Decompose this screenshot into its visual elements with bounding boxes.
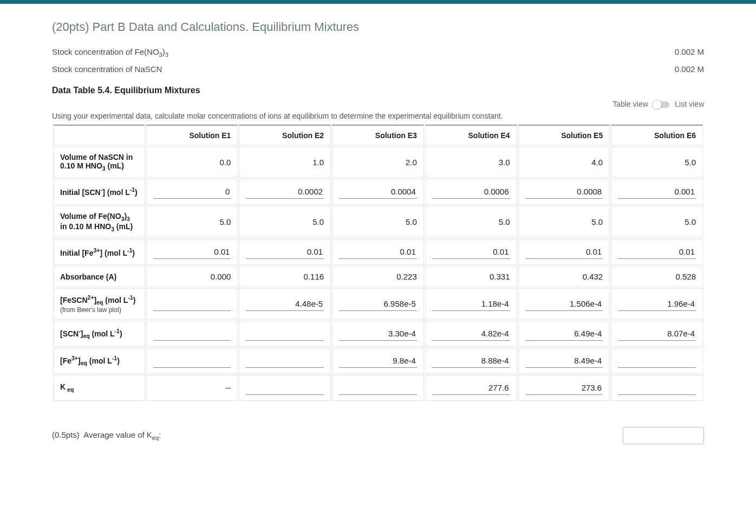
cell-input[interactable] — [525, 245, 603, 259]
cell-input[interactable] — [246, 354, 324, 368]
cell-input[interactable] — [153, 185, 231, 199]
stock-row: Stock concentration of NaSCN0.002 M — [52, 64, 704, 74]
table-cell — [425, 239, 517, 265]
table-cell: 5.0 — [146, 206, 238, 238]
list-view-label: List view — [675, 100, 704, 108]
cell-input[interactable] — [153, 354, 231, 368]
table-cell: 3.0 — [425, 147, 517, 178]
table-cell — [239, 348, 331, 374]
table-cell — [425, 288, 517, 319]
table-cell — [611, 179, 703, 205]
cell-input[interactable] — [153, 297, 231, 311]
cell-input[interactable] — [618, 245, 696, 259]
table-cell — [425, 179, 517, 205]
cell-input[interactable] — [432, 245, 510, 259]
cell-input[interactable] — [618, 354, 696, 368]
table-cell: 5.0 — [332, 206, 424, 238]
cell-input[interactable] — [339, 185, 417, 199]
view-toggle-switch[interactable] — [653, 101, 669, 108]
column-header: Solution E5 — [518, 125, 610, 146]
cell-input[interactable] — [432, 354, 510, 368]
cell-input[interactable] — [432, 381, 510, 395]
table-cell — [611, 239, 703, 265]
cell-input[interactable] — [339, 381, 417, 395]
row-label: Volume of NaSCN in 0.10 M HNO3 (mL) — [53, 147, 145, 178]
cell-input[interactable] — [525, 297, 603, 311]
cell-input[interactable] — [246, 245, 324, 259]
table-row: Initial [Fe3+] (mol L-1) — [53, 239, 703, 265]
equilibrium-table: Solution E1Solution E2Solution E3Solutio… — [52, 124, 704, 402]
row-label-header — [53, 125, 145, 146]
cell-input[interactable] — [339, 354, 417, 368]
cell-input[interactable] — [339, 297, 417, 311]
cell-input[interactable] — [339, 327, 417, 341]
table-cell — [518, 375, 610, 401]
cell-input[interactable] — [246, 297, 324, 311]
table-cell — [611, 375, 703, 401]
table-cell — [239, 179, 331, 205]
table-cell — [332, 375, 424, 401]
table-row: [Fe3+]eq (mol L-1) — [53, 348, 703, 374]
table-cell: 5.0 — [518, 206, 610, 238]
cell-input[interactable] — [525, 381, 603, 395]
cell-input[interactable] — [153, 327, 231, 341]
cell-input[interactable] — [432, 327, 510, 341]
stock-label: Stock concentration of Fe(NO3)3 — [52, 47, 168, 58]
cell-input[interactable] — [246, 185, 324, 199]
cell-input[interactable] — [339, 245, 417, 259]
average-keq-input[interactable] — [623, 427, 704, 444]
table-cell — [611, 348, 703, 374]
cell-input[interactable] — [525, 327, 603, 341]
cell-input[interactable] — [618, 297, 696, 311]
row-label: [SCN-]eq (mol L-1) — [53, 321, 145, 347]
table-cell — [518, 288, 610, 319]
table-cell — [146, 321, 238, 347]
table-row: K eq-- — [53, 375, 703, 401]
table-cell: 0.116 — [239, 266, 331, 287]
table-cell: 0.432 — [518, 266, 610, 287]
table-cell: 0.223 — [332, 266, 424, 287]
table-row: Absorbance (A)0.0000.1160.2230.3310.4320… — [53, 266, 703, 287]
row-label: [FeSCN2+]eq (mol L-1)(from Beer's law pl… — [53, 288, 145, 319]
table-row: Volume of Fe(NO3)3 in 0.10 M HNO3 (mL)5.… — [53, 206, 703, 238]
stock-value: 0.002 M — [675, 47, 704, 58]
table-row: Initial [SCN-] (mol L-1) — [53, 179, 703, 205]
stock-value: 0.002 M — [675, 64, 704, 74]
table-cell: 0.000 — [146, 266, 238, 287]
row-label: K eq — [53, 375, 145, 401]
stock-label: Stock concentration of NaSCN — [52, 64, 162, 74]
table-cell — [425, 321, 517, 347]
column-header: Solution E4 — [425, 125, 517, 146]
table-cell — [518, 179, 610, 205]
cell-input[interactable] — [432, 297, 510, 311]
table-cell: 0.331 — [425, 266, 517, 287]
table-cell — [146, 179, 238, 205]
cell-input[interactable] — [525, 354, 603, 368]
table-row: [FeSCN2+]eq (mol L-1)(from Beer's law pl… — [53, 288, 703, 319]
table-caption: Using your experimental data, calculate … — [52, 112, 704, 120]
cell-input[interactable] — [525, 185, 603, 199]
table-cell — [518, 348, 610, 374]
table-cell: 5.0 — [611, 147, 703, 178]
table-cell — [332, 239, 424, 265]
row-label: Initial [SCN-] (mol L-1) — [53, 179, 145, 205]
table-cell — [518, 239, 610, 265]
table-cell — [425, 348, 517, 374]
table-cell — [332, 348, 424, 374]
cell-input[interactable] — [246, 381, 324, 395]
cell-input[interactable] — [618, 327, 696, 341]
top-bar — [0, 0, 756, 4]
cell-input[interactable] — [618, 381, 696, 395]
table-row: [SCN-]eq (mol L-1) — [53, 321, 703, 347]
cell-input[interactable] — [153, 245, 231, 259]
table-cell: 4.0 — [518, 147, 610, 178]
table-cell: 0.0 — [146, 147, 238, 178]
table-cell — [146, 348, 238, 374]
cell-input[interactable] — [618, 185, 696, 199]
page-title: (20pts) Part B Data and Calculations. Eq… — [52, 20, 704, 34]
cell-input[interactable] — [432, 185, 510, 199]
table-cell — [146, 288, 238, 319]
toggle-knob — [652, 100, 662, 109]
column-header: Solution E2 — [239, 125, 331, 146]
cell-input[interactable] — [246, 327, 324, 341]
